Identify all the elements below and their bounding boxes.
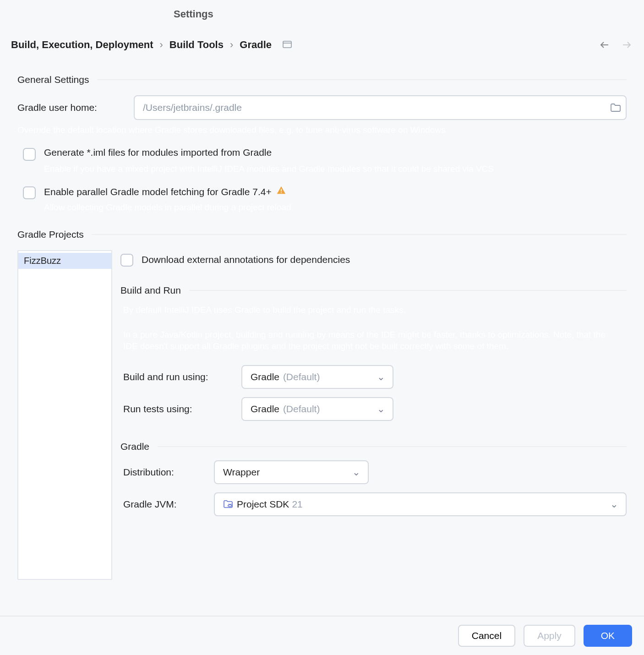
gradle-jvm-suffix: 21: [292, 499, 302, 510]
gradle-user-home-hint: Override the default location where Grad…: [17, 125, 627, 136]
general-settings-group: General Settings: [17, 74, 627, 85]
download-annotations-row: Download external annotations for depend…: [120, 253, 627, 267]
tests-using-row: Run tests using: Gradle (Default) ⌄: [123, 397, 627, 421]
forward-button[interactable]: [620, 38, 633, 51]
chevron-down-icon: ⌄: [377, 404, 385, 415]
breadcrumb-row: Build, Execution, Deployment › Build Too…: [0, 20, 644, 51]
download-annotations-checkbox[interactable]: [120, 254, 133, 267]
gradle-user-home-row: Gradle user home:: [17, 95, 627, 120]
parallel-fetch-label[interactable]: Enable parallel Gradle model fetching fo…: [44, 186, 286, 198]
build-run-group: Build and Run: [120, 285, 627, 296]
tests-using-value: Gradle: [251, 404, 279, 414]
build-using-label: Build and run using:: [123, 371, 229, 382]
project-item[interactable]: FizzBuzz: [18, 253, 111, 269]
svg-rect-0: [283, 41, 291, 48]
back-button[interactable]: [598, 38, 611, 51]
generate-iml-checkbox[interactable]: [23, 148, 36, 161]
generate-iml-row: Generate *.iml files for modules importe…: [23, 147, 627, 161]
parallel-fetch-text: Enable parallel Gradle model fetching fo…: [44, 186, 272, 197]
build-using-row: Build and run using: Gradle (Default) ⌄: [123, 365, 627, 389]
project-pane: Download external annotations for depend…: [120, 250, 627, 580]
chevron-right-icon: ›: [230, 39, 233, 51]
parallel-fetch-hint: Allow collecting Gradle models in parall…: [44, 202, 627, 213]
divider: [92, 234, 627, 235]
projects-list[interactable]: FizzBuzz: [17, 250, 112, 580]
parallel-fetch-row: Enable parallel Gradle model fetching fo…: [23, 186, 627, 199]
divider: [189, 290, 627, 291]
distribution-select[interactable]: Wrapper ⌄: [214, 460, 369, 484]
chevron-down-icon: ⌄: [610, 499, 618, 510]
gradle-projects-group: Gradle Projects: [17, 229, 627, 240]
apply-button[interactable]: Apply: [524, 625, 575, 647]
divider: [158, 446, 627, 447]
gradle-subgroup-label: Gradle: [120, 441, 149, 452]
breadcrumb-1[interactable]: Build, Execution, Deployment: [11, 39, 153, 51]
gradle-user-home-input-wrap: [134, 95, 627, 120]
gradle-user-home-label: Gradle user home:: [17, 102, 123, 113]
warning-icon: [276, 186, 286, 198]
chevron-down-icon: ⌄: [352, 467, 360, 478]
scope-icon: [283, 39, 292, 51]
svg-point-6: [228, 505, 232, 507]
cancel-button[interactable]: Cancel: [458, 625, 515, 647]
build-using-suffix: (Default): [283, 371, 320, 382]
folder-icon[interactable]: [609, 101, 622, 114]
nav-arrows: [598, 38, 633, 51]
gradle-jvm-value: Project SDK: [237, 499, 289, 510]
build-run-label: Build and Run: [120, 285, 181, 296]
breadcrumb: Build, Execution, Deployment › Build Too…: [11, 39, 292, 51]
svg-rect-5: [281, 192, 282, 193]
distribution-value: Wrapper: [223, 467, 260, 478]
gradle-projects-label: Gradle Projects: [17, 229, 84, 240]
tests-using-suffix: (Default): [283, 404, 320, 414]
tests-using-label: Run tests using:: [123, 404, 229, 415]
general-settings-label: General Settings: [17, 74, 89, 85]
build-using-value: Gradle: [251, 371, 279, 382]
distribution-label: Distribution:: [123, 467, 201, 478]
parallel-fetch-checkbox[interactable]: [23, 186, 36, 199]
chevron-right-icon: ›: [159, 39, 163, 51]
generate-iml-label[interactable]: Generate *.iml files for modules importe…: [44, 147, 272, 158]
gradle-user-home-input[interactable]: [134, 95, 627, 120]
page-title: Settings: [174, 8, 213, 20]
gradle-jvm-label: Gradle JVM:: [123, 499, 201, 510]
svg-rect-4: [281, 189, 282, 192]
build-using-select[interactable]: Gradle (Default) ⌄: [241, 365, 393, 389]
footer: Cancel Apply OK: [0, 616, 644, 655]
header-title-row: Settings: [0, 0, 644, 20]
gradle-subgroup: Gradle: [120, 441, 627, 452]
tests-using-select[interactable]: Gradle (Default) ⌄: [241, 397, 393, 421]
gradle-jvm-select[interactable]: Project SDK 21 ⌄: [214, 492, 627, 516]
download-annotations-label[interactable]: Download external annotations for depend…: [142, 254, 350, 265]
breadcrumb-2[interactable]: Build Tools: [169, 39, 224, 51]
chevron-down-icon: ⌄: [377, 371, 385, 382]
sdk-icon: [223, 500, 233, 508]
generate-iml-hint: Enable if you have a mixed project with …: [44, 164, 627, 175]
ok-button[interactable]: OK: [584, 625, 632, 647]
breadcrumb-3[interactable]: Gradle: [240, 39, 272, 51]
divider: [97, 79, 627, 80]
projects-layout: FizzBuzz Download external annotations f…: [17, 250, 627, 580]
build-run-desc1: By default IntelliJ IDEA uses Gradle to …: [123, 304, 609, 316]
build-run-desc2: In a pure Java/Kotlin project, building …: [123, 329, 609, 352]
gradle-jvm-row: Gradle JVM: Project SDK 21 ⌄: [123, 492, 627, 516]
distribution-row: Distribution: Wrapper ⌄: [123, 460, 627, 484]
